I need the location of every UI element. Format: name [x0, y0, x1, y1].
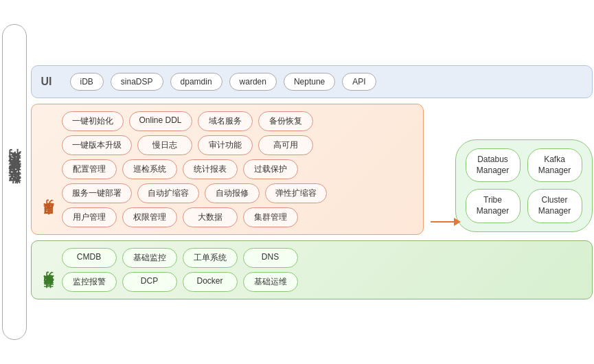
app-chip: 域名服务	[198, 111, 253, 131]
app-chip: 自动报修	[205, 183, 260, 203]
vertical-label: 数据库运维体系架构	[2, 24, 27, 340]
manager-chip: Tribe Manager	[466, 189, 521, 223]
base-chip: 监控报警	[62, 272, 117, 292]
app-chip: 统计报表	[183, 159, 238, 179]
app-chip: 巡检系统	[122, 159, 177, 179]
base-chip: 基础监控	[122, 248, 177, 268]
arrow-line	[431, 221, 455, 223]
manager-cluster: Databus ManagerKafka ManagerTribe Manage…	[455, 139, 593, 231]
app-row: 一键版本升级慢日志审计功能高可用	[62, 135, 327, 155]
app-chip: 慢日志	[137, 135, 192, 155]
app-chip: 备份恢复	[258, 111, 313, 131]
base-chip: 基础运维	[243, 272, 298, 292]
base-chip: Docker	[183, 272, 238, 292]
content-area: UI iDBsinaDSPdpamdinwardenNeptuneAPI 应用服…	[31, 65, 593, 299]
manager-chip: Databus Manager	[466, 148, 521, 182]
base-row: CMDB基础监控工单系统DNS	[62, 248, 298, 268]
section-base: 基础服务 CMDB基础监控工单系统DNS监控报警DCPDocker基础运维	[31, 240, 593, 299]
ui-chip: warden	[229, 73, 277, 91]
app-row: 一键初始化Online DDL域名服务备份恢复	[62, 111, 327, 131]
app-chip: 高可用	[258, 135, 313, 155]
ui-chip: iDB	[70, 73, 104, 91]
app-chip: 配置管理	[62, 159, 117, 179]
app-row: 配置管理巡检系统统计报表过载保护	[62, 159, 327, 179]
section-app: 应用服务 一键初始化Online DDL域名服务备份恢复一键版本升级慢日志审计功…	[31, 104, 424, 235]
ui-chip: sinaDSP	[111, 73, 163, 91]
base-row: 监控报警DCPDocker基础运维	[62, 272, 298, 292]
ui-chip: API	[342, 73, 376, 91]
app-chip: 自动扩缩容	[137, 183, 199, 203]
manager-chip: Cluster Manager	[527, 189, 582, 223]
app-chip: 一键初始化	[62, 111, 124, 131]
app-chip: Online DDL	[129, 111, 192, 131]
ui-chip: Neptune	[284, 73, 335, 91]
base-chip: DCP	[122, 272, 177, 292]
app-row: 服务一键部署自动扩缩容自动报修弹性扩缩容	[62, 183, 327, 203]
app-chip: 用户管理	[62, 207, 117, 227]
app-chip: 弹性扩缩容	[265, 183, 327, 203]
manager-chip: Kafka Manager	[527, 148, 582, 182]
main-wrapper: 数据库运维体系架构 UI iDBsinaDSPdpamdinwardenNept…	[2, 3, 593, 361]
section-ui: UI iDBsinaDSPdpamdinwardenNeptuneAPI	[31, 65, 593, 98]
ui-label: UI	[41, 76, 58, 88]
app-chip: 大数据	[183, 207, 238, 227]
ui-chips-row: iDBsinaDSPdpamdinwardenNeptuneAPI	[70, 73, 376, 91]
right-section: Databus ManagerKafka ManagerTribe Manage…	[424, 104, 593, 235]
base-chip: CMDB	[62, 248, 117, 268]
base-chip: DNS	[243, 248, 298, 268]
ui-chip: dpamdin	[170, 73, 222, 91]
app-chip: 集群管理	[243, 207, 298, 227]
base-section-label: 基础服务	[38, 270, 58, 316]
app-chip: 服务一键部署	[62, 183, 132, 203]
app-chip: 过载保护	[243, 159, 298, 179]
app-section-content: 一键初始化Online DDL域名服务备份恢复一键版本升级慢日志审计功能高可用配…	[62, 111, 327, 227]
base-chip: 工单系统	[183, 248, 238, 268]
app-chip: 一键版本升级	[62, 135, 132, 155]
arrow-area	[431, 221, 455, 223]
base-section-content: CMDB基础监控工单系统DNS监控报警DCPDocker基础运维	[62, 248, 298, 292]
app-row: 用户管理权限管理大数据集群管理	[62, 207, 327, 227]
app-chip: 权限管理	[122, 207, 177, 227]
app-chip: 审计功能	[198, 135, 253, 155]
